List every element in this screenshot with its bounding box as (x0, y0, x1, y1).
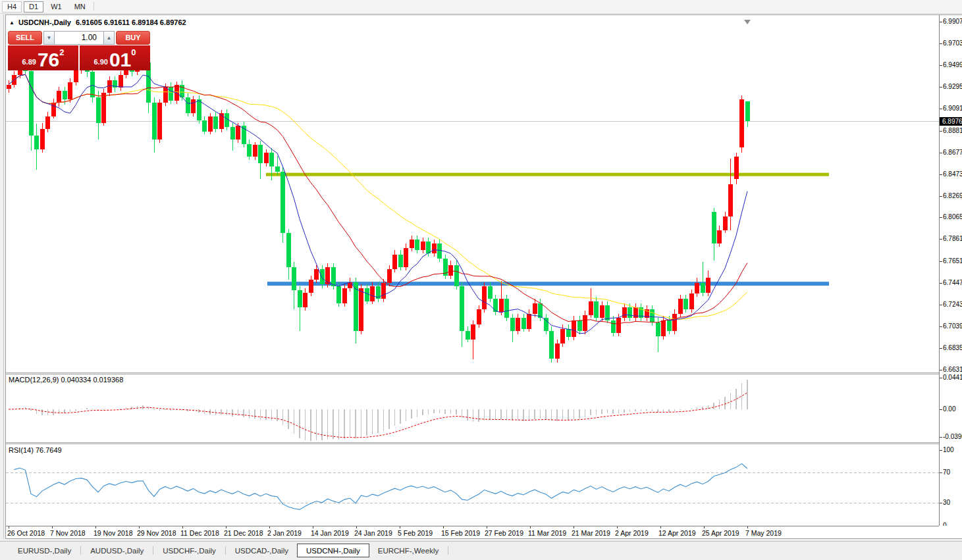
date-tick (52, 526, 53, 528)
price-axis-label: 6.99070 (943, 18, 962, 25)
chart-title: ▲USDCNH-,Daily6.91605 6.91611 6.89184 6.… (9, 18, 186, 26)
tab-separator (448, 546, 448, 555)
resistance-line (266, 173, 829, 176)
axis-tick (940, 370, 942, 370)
tab-separator (225, 546, 226, 555)
axis-tick (940, 526, 942, 526)
price-axis-label: 6.97030 (943, 39, 962, 47)
date-axis-label: 15 Feb 2019 (441, 529, 480, 537)
date-tick (704, 526, 705, 528)
date-tick (487, 526, 487, 528)
price-axis-label: 6.66310 (943, 366, 962, 373)
date-axis-label: 5 Feb 2019 (398, 529, 433, 537)
price-axis-label: 6.78610 (943, 235, 962, 242)
price-axis-label: 6.84730 (943, 170, 962, 178)
macd-axis-label: 0.044143 (943, 374, 962, 381)
axis-tick (940, 217, 942, 218)
macd-axis-label: 0.00 (943, 405, 955, 413)
tab-separator (80, 546, 81, 555)
date-tick (747, 526, 748, 528)
toolbar-separator (94, 2, 94, 11)
date-tick (182, 526, 183, 528)
axis-tick (940, 472, 942, 473)
price-axis-label: 6.70390 (943, 322, 962, 330)
axis-tick (940, 43, 942, 44)
chart-tab-usdcnh-daily[interactable]: USDCNH-,Daily (297, 544, 369, 557)
macd-pane[interactable] (6, 374, 939, 442)
mt4-terminal: { "toolbar": { "timeframes": ["H4","D1",… (0, 0, 962, 560)
chart-tab-bar: EURUSD-,DailyAUDUSD-,DailyUSDCHF-,DailyU… (0, 541, 962, 560)
sell-button[interactable]: SELL (8, 31, 42, 45)
chart-tab-audusd-daily[interactable]: AUDUSD-,Daily (82, 544, 152, 558)
date-axis-label: 14 Jan 2019 (311, 529, 349, 537)
axis-tick (940, 131, 942, 132)
date-axis-label: 29 Nov 2018 (137, 529, 176, 537)
axis-tick (940, 409, 942, 410)
tab-separator (153, 546, 153, 555)
timeframe-button-h4[interactable]: H4 (2, 1, 22, 13)
chart-window: ▲USDCNH-,Daily6.91605 6.91611 6.89184 6.… (5, 14, 962, 539)
date-tick (356, 526, 357, 528)
collapse-arrow-icon[interactable]: ▲ (9, 20, 14, 26)
sell-price-sup: 2 (59, 47, 64, 57)
rsi-line (14, 464, 748, 510)
price-axis-label: 6.90910 (943, 105, 962, 112)
axis-tick (940, 283, 942, 284)
rsi-axis-label: 0 (943, 522, 947, 526)
rsi-axis-label: 70 (943, 469, 950, 476)
date-tick (530, 526, 531, 528)
timeframe-button-w1[interactable]: W1 (45, 1, 67, 13)
axis-tick (940, 437, 942, 438)
date-tick (9, 526, 9, 528)
date-axis-label: 2 Apr 2019 (615, 529, 649, 537)
chart-tab-usdcad-daily[interactable]: USDCAD-,Daily (227, 544, 297, 558)
timeframe-button-d1[interactable]: D1 (24, 1, 43, 13)
volume-field[interactable]: 1.00 (55, 31, 103, 45)
axis-tick (940, 326, 942, 327)
buy-price-small: 6.90 (94, 58, 107, 66)
price-axis-label: 6.88810 (943, 127, 962, 134)
volume-increase-button[interactable]: ▲ (103, 31, 115, 45)
sell-price-big: 76 (38, 51, 59, 68)
date-tick (226, 526, 227, 528)
price-axis-label: 6.86770 (943, 149, 962, 156)
buy-price-box[interactable]: 6.90 01 0 (80, 45, 150, 70)
chart-tab-usdchf-daily[interactable]: USDCHF-,Daily (154, 544, 225, 558)
chart-tab-eurusd-daily[interactable]: EURUSD-,Daily (9, 544, 80, 558)
axis-tick (940, 378, 942, 378)
buy-button[interactable]: BUY (116, 31, 150, 45)
date-axis[interactable]: 26 Oct 20187 Nov 201819 Nov 201829 Nov 2… (6, 526, 939, 538)
price-axis[interactable]: 6.990706.970306.949906.929506.909106.888… (939, 15, 962, 526)
price-axis-label: 6.94990 (943, 61, 962, 68)
price-axis-label: 6.80650 (943, 213, 962, 220)
date-tick (574, 526, 574, 528)
date-tick (400, 526, 400, 528)
window-groove (3, 14, 4, 539)
axis-tick (940, 153, 942, 153)
price-pane[interactable] (6, 19, 939, 372)
date-axis-label: 12 Apr 2019 (658, 529, 696, 537)
rsi-label: RSI(14) 76.7649 (9, 446, 62, 454)
price-axis-label: 6.82690 (943, 192, 962, 199)
price-axis-label: 6.72430 (943, 301, 962, 308)
date-axis-label: 21 Dec 2018 (224, 529, 263, 537)
volume-decrease-button[interactable]: ▼ (43, 31, 55, 45)
axis-tick (940, 109, 942, 109)
date-axis-label: 19 Nov 2018 (94, 529, 133, 537)
timeframe-button-mn[interactable]: MN (69, 1, 91, 13)
rsi-axis-label: 100 (943, 446, 954, 453)
axis-tick (940, 305, 942, 305)
spinner-up-icon: ▲ (107, 35, 112, 41)
price-axis-label: 6.76510 (943, 257, 962, 265)
date-axis-label: 2 Jan 2019 (267, 529, 302, 537)
sell-price-box[interactable]: 6.89 76 2 (8, 45, 78, 70)
date-axis-label: 11 Dec 2018 (180, 529, 219, 537)
rsi-pane[interactable] (6, 444, 939, 526)
axis-tick (940, 503, 942, 503)
date-tick (139, 526, 140, 528)
date-axis-label: 7 May 2019 (745, 529, 782, 537)
chart-ohlc-values: 6.91605 6.91611 6.89184 6.89762 (76, 18, 186, 26)
chart-tab-eurchf-weekly[interactable]: EURCHF-,Weekly (369, 544, 447, 558)
chart-symbol-label: USDCNH-,Daily (18, 18, 71, 26)
axis-tick (940, 450, 942, 451)
